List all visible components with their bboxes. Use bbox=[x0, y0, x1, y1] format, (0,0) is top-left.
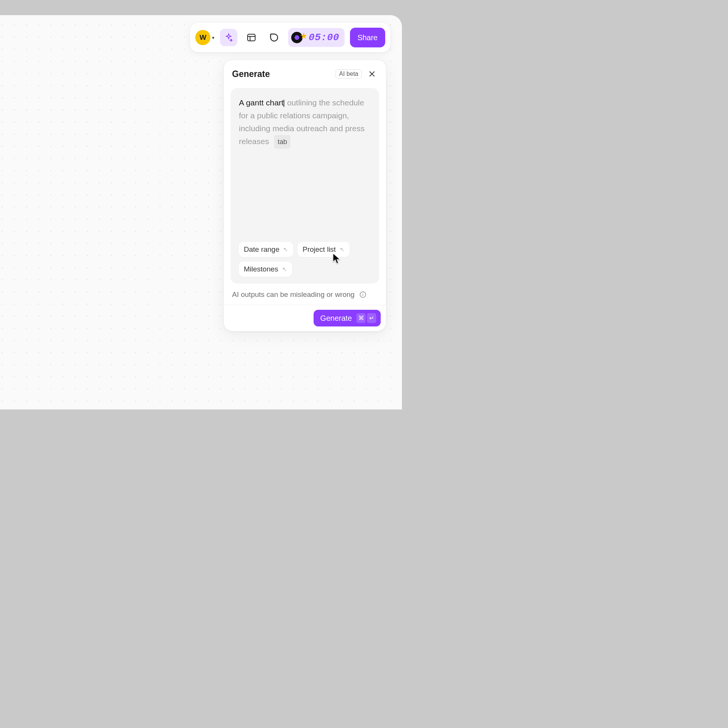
chip-label: Milestones bbox=[244, 265, 278, 273]
kbd-modifier: ⌘ bbox=[356, 313, 366, 323]
record-icon: ★ bbox=[291, 31, 306, 44]
close-button[interactable] bbox=[366, 68, 378, 80]
timer-widget[interactable]: ★ 05:00 bbox=[288, 28, 345, 47]
close-icon bbox=[368, 70, 376, 78]
timer-value: 05:00 bbox=[309, 32, 339, 43]
generate-button[interactable]: Generate ⌘ ↵ bbox=[314, 310, 381, 326]
share-label: Share bbox=[358, 33, 378, 42]
ai-sparkle-button[interactable] bbox=[220, 29, 237, 46]
chip-list: Date range ↖ Project list ↖ Milestones ↖ bbox=[239, 242, 371, 277]
avatar: W bbox=[195, 30, 210, 45]
sparkle-icon bbox=[224, 33, 234, 42]
tab-hint: tab bbox=[274, 135, 290, 149]
panel-title: Generate bbox=[232, 69, 331, 79]
chat-icon bbox=[269, 32, 279, 43]
svg-rect-0 bbox=[248, 34, 255, 41]
prompt-text: A gantt chart| outlining the schedule fo… bbox=[239, 96, 371, 234]
chip-label: Project list bbox=[303, 245, 336, 254]
chip-milestones[interactable]: Milestones ↖ bbox=[239, 262, 292, 277]
panel-footer: Generate ⌘ ↵ bbox=[224, 305, 386, 331]
prompt-input[interactable]: A gantt chart| outlining the schedule fo… bbox=[231, 88, 379, 284]
arrow-upleft-icon: ↖ bbox=[283, 246, 288, 253]
top-toolbar: W ▾ ★ 05:00 Share bbox=[190, 23, 391, 52]
disclaimer-row: AI outputs can be misleading or wrong bbox=[224, 284, 386, 305]
generate-panel: Generate AI beta A gantt chart| outlinin… bbox=[223, 60, 386, 331]
svg-point-7 bbox=[363, 293, 363, 293]
arrow-upleft-icon: ↖ bbox=[282, 266, 287, 273]
share-button[interactable]: Share bbox=[350, 28, 385, 47]
chat-button[interactable] bbox=[265, 29, 283, 46]
chip-date-range[interactable]: Date range ↖ bbox=[239, 242, 293, 257]
generate-label: Generate bbox=[320, 314, 352, 323]
kbd-enter: ↵ bbox=[367, 313, 376, 323]
beta-badge: AI beta bbox=[336, 69, 362, 78]
shortcut-hint: ⌘ ↵ bbox=[356, 313, 376, 323]
layout-icon bbox=[246, 32, 257, 43]
chevron-down-icon: ▾ bbox=[212, 35, 215, 41]
user-menu[interactable]: W ▾ bbox=[195, 30, 215, 45]
layout-button[interactable] bbox=[243, 29, 260, 46]
info-icon[interactable] bbox=[359, 291, 367, 298]
disclaimer-text: AI outputs can be misleading or wrong bbox=[232, 290, 355, 299]
chip-project-list[interactable]: Project list ↖ bbox=[298, 242, 350, 257]
arrow-upleft-icon: ↖ bbox=[340, 246, 345, 253]
prompt-user-text: A gantt chart bbox=[239, 98, 284, 107]
chip-label: Date range bbox=[244, 245, 279, 254]
